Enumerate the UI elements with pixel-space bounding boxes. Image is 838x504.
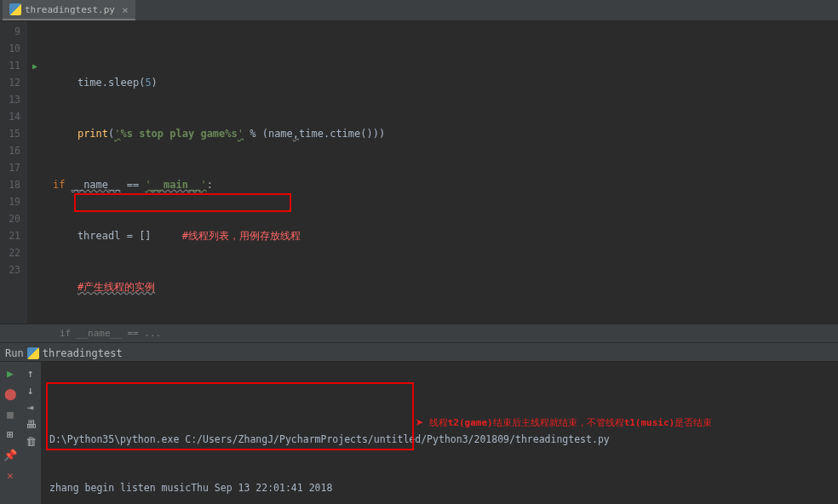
python-file-icon: [9, 3, 21, 15]
console-line: zhang begin listen musicThu Sep 13 22:01…: [49, 480, 829, 496]
python-file-icon: [27, 347, 39, 359]
console-output[interactable]: ➤ 线程t2(game)结束后主线程就结束，不管线程t1(music)是否结束 …: [41, 362, 838, 504]
code-line: time.sleep(5): [53, 74, 838, 91]
line-gutter: 9 10 11 12 13 14 15 16 17 18 19 20 21 22…: [0, 21, 27, 324]
code-line: print('%s stop play game%s' % (name,time…: [53, 125, 838, 142]
annotation-arrow: ➤ 线程t2(game)结束后主线程就结束，不管线程t1(music)是否结束: [416, 415, 712, 431]
pin-button[interactable]: 📌: [3, 447, 18, 462]
run-config-name: threadingtest: [43, 347, 123, 359]
up-button[interactable]: ↑: [23, 365, 38, 381]
run-label: Run: [5, 347, 24, 359]
print-button[interactable]: 🖶: [23, 416, 38, 432]
down-button[interactable]: ↓: [23, 382, 38, 398]
layout-button[interactable]: ⊞: [3, 427, 18, 442]
run-toolbar-left: ▶ ⬤ ■ ⊞ 📌 ✕: [0, 362, 20, 504]
tab-label: threadingtest.py: [25, 4, 115, 15]
code-area[interactable]: time.sleep(5) print('%s stop play game%s…: [27, 21, 838, 324]
run-tool-header[interactable]: Run threadingtest: [0, 342, 838, 361]
annotation-box-code: [74, 193, 291, 212]
close-button[interactable]: ✕: [3, 467, 18, 483]
run-toolbar-secondary: ↑ ↓ ⇥ 🖶 🗑: [20, 362, 41, 504]
debug-button[interactable]: ⬤: [3, 386, 18, 401]
close-icon[interactable]: ×: [118, 3, 129, 16]
trash-button[interactable]: 🗑: [23, 433, 38, 449]
code-editor[interactable]: 9 10 11 12 13 14 15 16 17 18 19 20 21 22…: [0, 21, 838, 324]
stop-button[interactable]: ■: [3, 406, 18, 421]
run-panel: ▶ ⬤ ■ ⊞ 📌 ✕ ↑ ↓ ⇥ 🖶 🗑 ➤ 线程t2(game)结束后主线程…: [0, 361, 838, 504]
arrow-head-icon: ➤: [416, 415, 424, 431]
tab-bar: threadingtest.py ×: [0, 0, 838, 21]
file-tab-threadingtest[interactable]: threadingtest.py ×: [3, 0, 135, 20]
breadcrumb: if __name__ == ...: [0, 324, 838, 342]
annotation-box-console: [46, 382, 414, 450]
rerun-button[interactable]: ▶: [3, 365, 18, 381]
annotation-text: 线程t2(game)结束后主线程就结束，不管线程t1(music)是否结束: [429, 415, 713, 431]
wrap-button[interactable]: ⇥: [23, 399, 38, 415]
code-line: if __name__ == '__main__':: [53, 176, 838, 193]
code-line: #产生线程的实例: [53, 278, 838, 295]
code-line: threadl = [] #线程列表，用例存放线程: [53, 227, 838, 244]
